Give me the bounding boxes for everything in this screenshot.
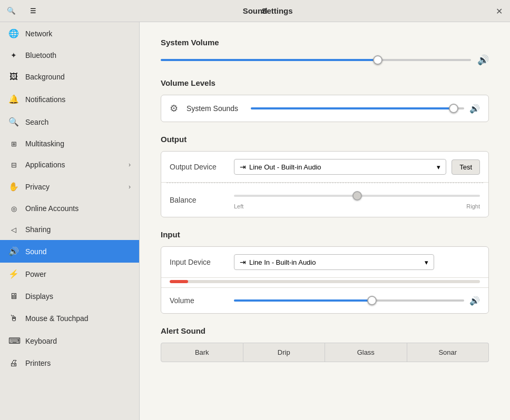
output-device-content: ⇥ Line Out - Built-in Audio ▾ Test <box>234 159 480 175</box>
background-icon: 🖼 <box>8 72 19 82</box>
input-volume-slider[interactable] <box>234 295 464 306</box>
alert-glass-button[interactable]: Glass <box>325 343 407 362</box>
sidebar-item-label: Privacy <box>25 183 50 191</box>
alert-sound-title: Alert Sound <box>161 326 489 335</box>
content-area: System Volume 🔊 Volume Levels ⚙ System S… <box>140 22 510 420</box>
titlebar: 🔍 ☰ Settings Sound ✕ Sound <box>0 0 510 22</box>
gear-icon: ⚙ <box>170 103 178 114</box>
output-device-value: Line Out - Built-in Audio <box>249 163 321 171</box>
output-device-select[interactable]: ⇥ Line Out - Built-in Audio ▾ <box>234 159 446 175</box>
sidebar-item-printers[interactable]: 🖨 Printers <box>0 352 139 374</box>
input-title: Input <box>161 230 489 239</box>
network-icon: 🌐 <box>8 28 19 38</box>
bluetooth-icon: ✦ <box>8 51 19 59</box>
slider-thumb[interactable] <box>373 55 382 65</box>
system-volume-row: 🔊 <box>161 54 489 66</box>
input-level-row <box>161 278 488 288</box>
dropdown-arrow-icon: ▾ <box>425 258 428 266</box>
printers-icon: 🖨 <box>8 358 19 368</box>
slider-track <box>234 299 464 302</box>
volume-high-icon: 🔊 <box>477 54 489 66</box>
sidebar-item-applications[interactable]: ⊟ Applications › <box>0 154 139 175</box>
search-icon: 🔍 <box>7 7 16 15</box>
notifications-icon: 🔔 <box>8 94 19 104</box>
sidebar-item-label: Bluetooth <box>25 51 56 59</box>
alert-bark-button[interactable]: Bark <box>161 343 243 362</box>
output-card: Output Device ⇥ Line Out - Built-in Audi… <box>161 151 489 217</box>
alert-sonar-button[interactable]: Sonar <box>407 343 489 362</box>
balance-label: Balance <box>170 196 228 204</box>
online-accounts-icon: ◎ <box>8 205 19 213</box>
system-sounds-content: 🔊 <box>251 103 480 114</box>
applications-icon: ⊟ <box>8 161 19 169</box>
sidebar-item-network[interactable]: 🌐 Network <box>0 22 139 45</box>
sidebar-item-power[interactable]: ⚡ Power <box>0 263 139 285</box>
power-icon: ⚡ <box>8 269 19 279</box>
sidebar-item-label: Network <box>25 29 52 38</box>
output-section: Output Output Device ⇥ Line Out - Built-… <box>161 135 489 217</box>
input-section: Input Input Device ⇥ Line In - Built-in … <box>161 230 489 314</box>
displays-icon: 🖥 <box>8 292 19 301</box>
sidebar: 🌐 Network ✦ Bluetooth 🖼 Background 🔔 Not… <box>0 22 140 420</box>
sidebar-item-multitasking[interactable]: ⊞ Multitasking <box>0 133 139 154</box>
input-level-fill <box>170 280 188 283</box>
balance-left-label: Left <box>234 203 243 209</box>
volume-levels-card: ⚙ System Sounds 🔊 <box>161 95 489 122</box>
slider-thumb[interactable] <box>367 296 377 305</box>
balance-row: Balance Left Right <box>161 183 488 217</box>
close-button[interactable]: ✕ <box>488 0 510 22</box>
sidebar-item-keyboard[interactable]: ⌨ Keyboard <box>0 329 139 352</box>
sidebar-item-bluetooth[interactable]: ✦ Bluetooth <box>0 45 139 66</box>
balance-labels: Left Right <box>234 203 480 209</box>
system-sounds-slider[interactable] <box>251 103 464 114</box>
mouse-icon: 🖱 <box>8 314 19 323</box>
alert-sound-section: Alert Sound Bark Drip Glass Sonar <box>161 326 489 362</box>
input-device-select[interactable]: ⇥ Line In - Built-in Audio ▾ <box>234 254 434 270</box>
sidebar-item-sound[interactable]: 🔊 Sound <box>0 240 139 263</box>
close-icon: ✕ <box>496 6 503 16</box>
input-device-content: ⇥ Line In - Built-in Audio ▾ <box>234 254 480 270</box>
sidebar-item-displays[interactable]: 🖥 Displays <box>0 285 139 307</box>
balance-area: Left Right <box>234 191 480 209</box>
sidebar-item-sharing[interactable]: ◁ Sharing <box>0 219 139 240</box>
slider-thumb[interactable] <box>449 104 458 113</box>
sidebar-item-label: Printers <box>25 359 51 367</box>
input-device-value: Line In - Built-in Audio <box>249 258 316 266</box>
volume-levels-title: Volume Levels <box>161 78 489 87</box>
sidebar-item-label: Applications <box>25 161 65 169</box>
menu-icon: ☰ <box>30 7 36 15</box>
sidebar-item-label: Sharing <box>25 225 51 234</box>
sidebar-item-online-accounts[interactable]: ◎ Online Accounts <box>0 198 139 219</box>
sidebar-item-label: Notifications <box>25 95 65 104</box>
input-volume-icon: 🔊 <box>469 296 480 306</box>
sidebar-item-label: Search <box>25 118 48 126</box>
input-device-label: Input Device <box>170 258 228 266</box>
system-sounds-volume-icon: 🔊 <box>469 104 480 114</box>
test-button[interactable]: Test <box>452 159 480 175</box>
input-volume-label: Volume <box>170 296 228 305</box>
system-volume-slider[interactable] <box>161 55 471 65</box>
balance-thumb[interactable] <box>352 191 362 201</box>
sound-icon: 🔊 <box>8 246 19 256</box>
slider-fill <box>251 107 454 109</box>
search-button[interactable]: 🔍 <box>0 0 22 22</box>
input-device-row: Input Device ⇥ Line In - Built-in Audio … <box>161 247 488 278</box>
system-volume-title: System Volume <box>161 38 489 47</box>
chevron-icon: › <box>129 183 131 191</box>
sidebar-item-privacy[interactable]: ✋ Privacy › <box>0 175 139 198</box>
alert-drip-button[interactable]: Drip <box>243 343 326 362</box>
output-device-icon: ⇥ <box>240 163 246 171</box>
balance-track <box>234 195 480 197</box>
sidebar-item-label: Keyboard <box>25 337 57 345</box>
output-device-label: Output Device <box>170 163 228 171</box>
system-sounds-row: ⚙ System Sounds 🔊 <box>161 95 488 122</box>
sidebar-item-search[interactable]: 🔍 Search <box>0 111 139 133</box>
titlebar-right: Sound ✕ <box>488 0 510 22</box>
sidebar-item-label: Mouse & Touchpad <box>25 314 89 323</box>
sidebar-item-mouse-touchpad[interactable]: 🖱 Mouse & Touchpad <box>0 307 139 329</box>
output-device-row: Output Device ⇥ Line Out - Built-in Audi… <box>161 152 488 183</box>
balance-slider[interactable] <box>234 191 480 201</box>
sidebar-item-notifications[interactable]: 🔔 Notifications <box>0 88 139 111</box>
menu-button[interactable]: ☰ <box>22 0 44 22</box>
sidebar-item-background[interactable]: 🖼 Background <box>0 66 139 88</box>
